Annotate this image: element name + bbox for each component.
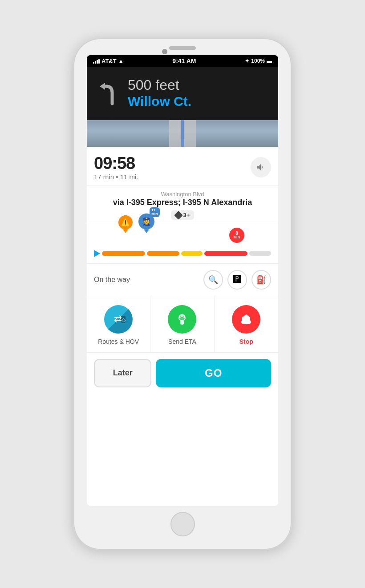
phone-screen: AT&T ▲ 9:41 AM ✦ 100% ▬ 500 feet Will bbox=[87, 55, 278, 506]
go-button[interactable]: GO bbox=[156, 359, 271, 387]
svg-rect-5 bbox=[180, 320, 184, 325]
svg-text:◇: ◇ bbox=[122, 317, 126, 323]
routes-hov-button[interactable]: ⇄ ◇ Routes & HOV bbox=[87, 296, 150, 352]
svg-rect-6 bbox=[244, 315, 248, 321]
status-time: 9:41 AM bbox=[172, 57, 196, 64]
status-right: ✦ 100% ▬ bbox=[245, 58, 272, 64]
volume-button[interactable] bbox=[251, 157, 271, 177]
map-preview bbox=[87, 120, 278, 147]
warning-pin: ⚠️ bbox=[118, 215, 133, 233]
status-bar: AT&T ▲ 9:41 AM ✦ 100% ▬ bbox=[87, 55, 278, 67]
speaker bbox=[169, 46, 196, 50]
later-button[interactable]: Later bbox=[94, 359, 151, 387]
turn-arrow bbox=[94, 78, 121, 109]
stop-icon bbox=[232, 305, 260, 334]
gas-button[interactable]: ⛽ bbox=[251, 270, 271, 290]
routes-hov-icon: ⇄ ◇ bbox=[104, 305, 133, 334]
traffic-seg-orange2 bbox=[147, 251, 179, 256]
routes-hov-label: Routes & HOV bbox=[98, 338, 139, 345]
map-road-line bbox=[181, 120, 184, 147]
traffic-seg-red bbox=[204, 251, 247, 256]
camera bbox=[162, 49, 167, 54]
eta-block: 09:58 17 min • 11 mi. bbox=[87, 147, 278, 185]
stop-button[interactable]: Stop bbox=[215, 296, 278, 352]
stop-label: Stop bbox=[239, 338, 253, 345]
eta-details: 17 min • 11 mi. bbox=[94, 173, 138, 181]
bluetooth-icon: ✦ bbox=[245, 58, 249, 64]
delay-badge: 8 MIN bbox=[229, 228, 244, 243]
parking-button[interactable]: 🅿 bbox=[227, 270, 247, 290]
signal-bar-2 bbox=[95, 61, 96, 64]
eta-time: 09:58 bbox=[94, 154, 135, 173]
nav-street: Willow Ct. bbox=[128, 93, 191, 109]
on-way-icons: 🔍 🅿 ⛽ bbox=[203, 270, 271, 290]
signal-bar-3 bbox=[97, 60, 98, 64]
traffic-seg-yellow bbox=[181, 251, 203, 256]
action-buttons: ⇄ ◇ Routes & HOV Send ETA bbox=[87, 296, 278, 353]
svg-rect-9 bbox=[241, 320, 251, 324]
send-eta-label: Send ETA bbox=[168, 338, 196, 345]
send-eta-icon bbox=[168, 305, 196, 334]
traffic-seg-gray bbox=[249, 251, 271, 256]
traffic-seg-orange1 bbox=[102, 251, 145, 256]
bottom-buttons: Later GO bbox=[87, 353, 278, 394]
battery-icon: ▬ bbox=[267, 58, 272, 64]
route-name: via I-395 Express; I-395 N Alexandria bbox=[94, 197, 271, 208]
route-info: Washington Blvd via I-395 Express; I-395… bbox=[87, 185, 278, 223]
svg-text:⇄: ⇄ bbox=[114, 313, 122, 324]
on-the-way: On the way 🔍 🅿 ⛽ bbox=[87, 264, 278, 296]
signal-bars bbox=[93, 58, 100, 64]
phone-frame: AT&T ▲ 9:41 AM ✦ 100% ▬ 500 feet Will bbox=[73, 38, 292, 550]
hov-label: 3+ bbox=[183, 212, 190, 218]
route-via: Washington Blvd bbox=[94, 191, 271, 197]
on-the-way-label: On the way bbox=[94, 276, 130, 284]
hov-badge[interactable]: 3+ bbox=[171, 210, 195, 220]
nav-header: 500 feet Willow Ct. bbox=[87, 67, 278, 120]
start-arrow-icon bbox=[94, 250, 100, 257]
eta-info: 09:58 17 min • 11 mi. bbox=[94, 154, 138, 181]
signal-bar-1 bbox=[93, 62, 94, 64]
send-eta-button[interactable]: Send ETA bbox=[150, 296, 214, 352]
hov-diamond-icon bbox=[174, 211, 183, 220]
home-button[interactable] bbox=[170, 512, 195, 536]
carrier-label: AT&T bbox=[101, 58, 117, 64]
signal-bar-4 bbox=[98, 59, 100, 64]
nav-info: 500 feet Willow Ct. bbox=[128, 77, 191, 109]
wifi-icon: ▲ bbox=[118, 58, 124, 64]
status-left: AT&T ▲ bbox=[93, 58, 124, 64]
svg-marker-0 bbox=[100, 83, 105, 90]
traffic-bar-section: ⚠️ 👮 11MIN 8 MIN bbox=[87, 223, 278, 264]
battery-label: 100% bbox=[251, 58, 265, 64]
cop-pin: 👮 11MIN bbox=[138, 213, 154, 233]
traffic-row bbox=[94, 250, 271, 257]
search-button[interactable]: 🔍 bbox=[203, 270, 223, 290]
nav-distance: 500 feet bbox=[128, 77, 191, 93]
